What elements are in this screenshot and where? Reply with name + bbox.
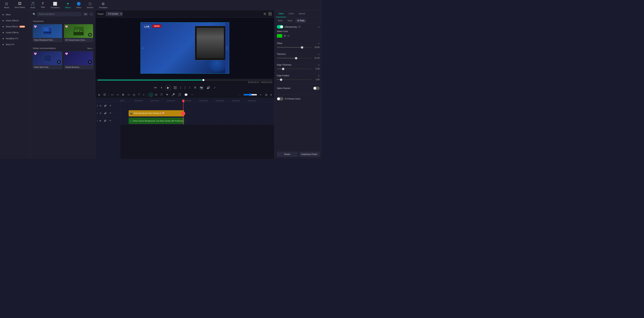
track-volume-button[interactable]: 🔊 bbox=[103, 119, 107, 122]
audio-button[interactable]: 🔊 bbox=[206, 85, 211, 90]
alpha-channel-toggle[interactable] bbox=[313, 87, 320, 90]
nav-filters[interactable]: 🔵 Filters bbox=[74, 1, 84, 10]
edge-thickness-thumb[interactable] bbox=[282, 68, 284, 70]
step-back-button[interactable]: ⏴ bbox=[160, 85, 164, 90]
sidebar-item-mine[interactable]: ▶ Mine bbox=[0, 12, 30, 18]
nav-media[interactable]: ⊡ Media bbox=[1, 1, 12, 10]
overlay-clip[interactable]: 🎬 News Broadcast Pack Overlay 01 🩷 bbox=[129, 110, 184, 116]
zoom-in-button[interactable]: ＋ bbox=[258, 92, 263, 97]
sidebar-item-boris-fx[interactable]: ▶ Boris FX bbox=[0, 42, 30, 48]
track-play-button[interactable]: ▶ bbox=[99, 119, 102, 122]
track-visibility-button[interactable]: 👁 bbox=[108, 111, 112, 115]
speed-button[interactable]: ⏱ bbox=[159, 93, 164, 97]
nav-templates[interactable]: ⊞ Templates bbox=[96, 1, 110, 10]
track-add-button[interactable]: ⊕ bbox=[99, 111, 102, 115]
track-visibility-button[interactable]: 👁 bbox=[108, 119, 112, 122]
chroma-key-toggle[interactable] bbox=[277, 25, 283, 29]
nav-stock-media[interactable]: 🖼 Stock Media bbox=[12, 1, 28, 9]
tab-speed[interactable]: Speed bbox=[296, 10, 308, 17]
stop-button[interactable]: ⬛ bbox=[173, 85, 178, 90]
keyframe-diamond[interactable]: ◇ bbox=[318, 53, 320, 56]
link-button[interactable]: ⛓ bbox=[102, 93, 107, 97]
track-add-button[interactable]: ⊕ bbox=[99, 104, 102, 107]
sidebar-item-audio-effects[interactable]: ▶ Audio Effects bbox=[0, 30, 30, 36]
nav-effects[interactable]: ✦ Effects bbox=[62, 1, 74, 10]
nav-transitions[interactable]: ⬜ Transitions bbox=[48, 1, 62, 10]
green-clip[interactable]: ▶ Green Screen Background: Live News Stu… bbox=[129, 118, 184, 124]
expand-button[interactable]: ⤢ bbox=[213, 85, 216, 90]
mark-in-button[interactable]: { bbox=[180, 85, 182, 90]
loop-button[interactable]: ↔ bbox=[190, 93, 194, 97]
add-track-button[interactable]: ⊕ bbox=[97, 93, 101, 97]
snap-button[interactable]: ◎ bbox=[149, 93, 153, 97]
progress-thumb[interactable] bbox=[202, 79, 204, 81]
mark-out-button[interactable]: } bbox=[184, 85, 186, 90]
keyframe-diamond[interactable]: ◇ bbox=[318, 42, 320, 45]
info-icon[interactable]: ⓘ bbox=[298, 25, 300, 28]
insert-button[interactable]: ⤵ bbox=[188, 85, 191, 90]
more-button[interactable]: More > bbox=[87, 47, 93, 49]
effect-card-3d-casual[interactable]: 🩷 ⬇ 3D Casual Game Overl... bbox=[64, 24, 93, 42]
keyframe-diamond[interactable]: ◇ bbox=[318, 64, 320, 66]
edge-feather-slider-track[interactable] bbox=[277, 79, 312, 80]
play-button[interactable]: ▶ bbox=[166, 85, 171, 90]
effect-card-news-style[interactable]: 🩷 ⬇ News Style Pack... bbox=[33, 51, 62, 69]
go-start-button[interactable]: ⏮ bbox=[153, 85, 158, 90]
nav-audio[interactable]: 🎵 Audio bbox=[28, 1, 38, 10]
tolerance-slider-track[interactable] bbox=[277, 58, 312, 58]
voice-button[interactable]: 🎤 bbox=[170, 93, 176, 97]
tab-video[interactable]: Video bbox=[276, 10, 286, 17]
sidebar-item-video-effects[interactable]: ▶ Video Effects bbox=[0, 18, 30, 24]
trim-button[interactable]: ⊡ bbox=[132, 93, 136, 97]
delete-button[interactable]: 🗑 bbox=[121, 93, 126, 97]
offset-slider-track[interactable] bbox=[277, 47, 312, 48]
subtab-basic[interactable]: Basic bbox=[276, 19, 285, 23]
redo-button[interactable]: ↪ bbox=[116, 93, 120, 97]
keyframe-panel-button[interactable]: Keyframe Panel bbox=[299, 151, 320, 157]
nav-titles[interactable]: T Titles bbox=[38, 1, 48, 9]
edge-thickness-slider-track[interactable] bbox=[277, 69, 312, 69]
subtab-mask[interactable]: Mask bbox=[286, 19, 294, 23]
sidebar-item-newblue-fx[interactable]: ▶ NewBlue FX bbox=[0, 36, 30, 42]
more-tl-button[interactable]: » bbox=[142, 93, 145, 97]
subtab-ai-tools[interactable]: AI Tools bbox=[295, 19, 306, 23]
offset-thumb[interactable] bbox=[301, 46, 303, 49]
marker-button[interactable]: ⚑ bbox=[165, 93, 169, 97]
subtitle-button[interactable]: 💬 bbox=[184, 93, 188, 97]
text-button[interactable]: T bbox=[137, 93, 141, 97]
tab-color[interactable]: Color bbox=[286, 10, 296, 17]
camera-button[interactable]: 📷 bbox=[199, 85, 204, 90]
track-visibility-button[interactable]: 👁 bbox=[108, 104, 112, 107]
settings-button[interactable]: ▾ bbox=[270, 93, 272, 97]
overlay-button[interactable]: ⧉ bbox=[154, 93, 158, 97]
progress-bar[interactable] bbox=[98, 80, 272, 80]
zoom-out-button[interactable]: － bbox=[238, 92, 242, 97]
sidebar-item-body-effects[interactable]: ▶ Body Effects NEW! bbox=[0, 24, 30, 30]
keyframe-diamond[interactable]: ◇ bbox=[318, 26, 320, 28]
effect-card-simple-business[interactable]: 🩷 ⬇ Simple Business... bbox=[64, 51, 93, 69]
tolerance-thumb[interactable] bbox=[295, 57, 297, 59]
edge-feather-thumb[interactable] bbox=[280, 79, 282, 81]
quality-select[interactable]: Full Quality bbox=[106, 12, 123, 16]
layout-button[interactable]: ⊞ bbox=[264, 93, 268, 97]
color-picker-icon[interactable]: ✏ bbox=[288, 34, 290, 38]
more-options-button[interactable]: ··· bbox=[90, 12, 93, 16]
screen-button[interactable]: 🖥 bbox=[193, 85, 197, 90]
music-button[interactable]: 🎵 bbox=[177, 93, 182, 97]
effect-card-news-broadcast[interactable]: 🩷 News Broadcast Pack ... bbox=[33, 24, 62, 42]
track-volume-button[interactable]: 🔊 bbox=[103, 111, 108, 115]
undo-button[interactable]: ↩ bbox=[110, 93, 114, 97]
zoom-slider[interactable] bbox=[244, 93, 257, 96]
grid-view-button[interactable]: ⊞ bbox=[263, 12, 266, 16]
cut-button[interactable]: ✂ bbox=[127, 93, 131, 97]
filter-button[interactable]: All bbox=[83, 12, 88, 16]
reset-button[interactable]: Reset bbox=[277, 151, 298, 157]
color-dropdown-button[interactable]: ▾ bbox=[283, 34, 286, 37]
track-volume-button[interactable]: 🔊 bbox=[103, 104, 108, 107]
nav-stickers[interactable]: ⬡ Stickers bbox=[84, 1, 96, 10]
search-input[interactable] bbox=[37, 12, 82, 16]
keyframe-diamond[interactable]: ◇ bbox=[318, 74, 320, 77]
ai-portrait-toggle[interactable] bbox=[277, 97, 283, 101]
fullscreen-button[interactable]: ⬛ bbox=[268, 12, 272, 16]
color-box[interactable] bbox=[277, 34, 282, 38]
